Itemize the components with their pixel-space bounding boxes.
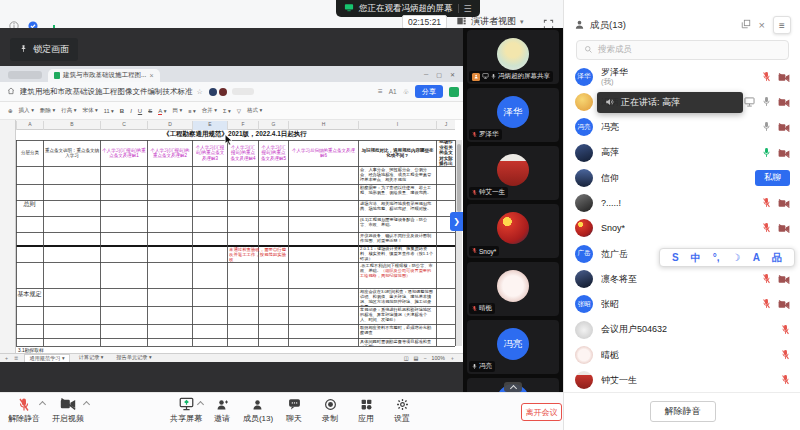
detach-panel-icon[interactable] — [741, 19, 751, 31]
table-header-cell: 分层分类 — [17, 140, 43, 166]
private-chat-button[interactable]: 私聊 — [755, 170, 790, 186]
member-row[interactable]: 泽华罗泽华(我) — [564, 64, 800, 89]
camera-off-icon[interactable] — [778, 144, 790, 162]
mic-muted-icon — [472, 247, 477, 255]
camera-button[interactable]: 开启视频 — [46, 396, 90, 424]
pin-screen-button[interactable]: 锁定画面 — [10, 38, 78, 61]
camera-off-icon[interactable] — [778, 68, 790, 86]
style-tool: A1 — [389, 88, 397, 95]
comparison-cell: 取得相应资料不完整时，必须增补充勘察调查 — [359, 325, 435, 338]
camera-off-icon[interactable] — [778, 219, 790, 237]
member-row[interactable]: 钟艾一生 — [564, 368, 800, 393]
ime-toolbar[interactable]: S中°,☽A品 — [659, 248, 795, 267]
record-button[interactable]: 录制 — [312, 396, 348, 424]
avatar — [497, 270, 529, 302]
camera-off-icon[interactable] — [778, 194, 790, 212]
ime-key[interactable]: °, — [713, 252, 720, 263]
mic-on-icon[interactable] — [762, 93, 771, 111]
mic-muted-icon[interactable] — [781, 371, 790, 389]
ime-key[interactable]: S — [672, 252, 679, 263]
comparison-cell: 会、人事分会、招投标分会、公测分会、经办场地标准、成员工程全要素管理基本要点、相… — [359, 167, 435, 184]
camera-off-icon[interactable] — [778, 118, 790, 136]
member-row[interactable]: 凛冬将至 — [564, 266, 800, 291]
video-tile[interactable]: Snoy* — [467, 204, 559, 258]
banner-menu-icon[interactable]: ☰ — [464, 4, 472, 14]
video-tile[interactable]: 晴栀 — [467, 262, 559, 316]
member-name: ?.....! — [601, 198, 621, 208]
ime-key[interactable]: ☽ — [732, 252, 741, 263]
settings-button[interactable]: 设置 — [384, 396, 420, 424]
member-row[interactable]: 会议用户504632 — [564, 317, 800, 342]
panel-menu-button[interactable]: ≡ — [773, 16, 791, 34]
mic-icon — [18, 396, 30, 412]
avatar — [575, 169, 593, 187]
member-row[interactable]: 信仰私聊 — [564, 165, 800, 190]
avatar — [575, 346, 593, 364]
camera-off-icon[interactable] — [778, 93, 790, 111]
ime-key[interactable]: 中 — [691, 251, 701, 265]
video-tile[interactable]: 泽华罗泽华 — [467, 88, 559, 142]
members-label: 成员(13) — [243, 413, 273, 424]
mic-muted-icon — [472, 189, 477, 197]
member-row[interactable]: ?.....! — [564, 190, 800, 215]
ime-key[interactable]: A — [753, 252, 760, 263]
ime-key[interactable]: 品 — [772, 251, 782, 265]
window-controls: ─▢✕ — [424, 71, 463, 82]
mic-muted-icon[interactable] — [781, 346, 790, 364]
chevron-up-icon[interactable] — [83, 401, 90, 408]
share-button[interactable]: 共享屏幕 — [168, 396, 204, 424]
mic-muted-icon[interactable] — [762, 295, 771, 313]
column-letter: C — [100, 121, 147, 130]
video-tile[interactable]: 钟艾一生 — [467, 146, 559, 200]
members-panel: 成员(13) × ≡ 搜索成员 泽华罗泽华(我)冯炳超冯亮冯亮高萍信仰私聊?..… — [563, 0, 800, 430]
chat-button[interactable]: 聊天 — [276, 396, 312, 424]
mic-icon — [491, 73, 496, 81]
member-row[interactable]: 晴栀 — [564, 342, 800, 367]
members-icon — [574, 19, 585, 32]
speaking-tooltip-text: 正在讲话: 高萍 — [621, 96, 680, 109]
camera-off-icon[interactable] — [778, 295, 790, 313]
mic-button[interactable]: 解除静音 — [2, 396, 46, 424]
browser-tab-title: 建筑与市政基础设施工程图... — [63, 71, 146, 80]
invite-button[interactable]: 邀请 — [204, 396, 240, 424]
apps-button[interactable]: 应用 — [348, 396, 384, 424]
mic-muted-icon[interactable] — [781, 321, 790, 339]
close-panel-icon[interactable]: × — [759, 19, 765, 31]
mic-muted-icon[interactable] — [762, 219, 771, 237]
row-group-label: 总则 — [16, 200, 43, 209]
share-icon — [179, 396, 194, 412]
mic-muted-icon — [472, 131, 477, 139]
member-row[interactable]: 高萍 — [564, 140, 800, 165]
toolbar-item: 格式 ▾ — [247, 107, 262, 114]
shared-browser-window: 建筑与市政基础设施工程图... × ─▢✕ 建筑用地和市政基础设施工程图像文件编… — [0, 66, 463, 362]
mic-muted-icon[interactable] — [762, 68, 771, 86]
view-mode-switcher[interactable]: 演讲者视图 ▾ — [456, 15, 524, 28]
member-row[interactable]: Snoy* — [564, 216, 800, 241]
unmute-all-button[interactable]: 解除静音 — [650, 401, 716, 422]
mic-speaking-icon[interactable] — [762, 144, 771, 162]
camera-off-icon[interactable] — [778, 270, 790, 288]
strip-scroll-up-button[interactable] — [504, 382, 522, 392]
search-placeholder: 搜索成员 — [598, 44, 632, 56]
chevron-down-icon: ▾ — [520, 18, 524, 26]
mic-on-icon[interactable] — [762, 118, 771, 136]
mouse-cursor — [224, 132, 233, 150]
chevron-up-icon[interactable] — [197, 401, 204, 408]
mic-muted-icon[interactable] — [762, 194, 771, 212]
video-tile[interactable]: 冯亮冯亮 — [467, 320, 559, 374]
chevron-up-icon[interactable] — [39, 401, 46, 408]
leave-meeting-button[interactable]: 离开会议 — [521, 403, 562, 421]
table-header-cell: 与旧规范对比，通用规范内容哪些变化或不同？ — [359, 140, 436, 166]
member-row[interactable]: 张昭张昭 — [564, 292, 800, 317]
apps-icon — [360, 396, 373, 412]
member-name: 范广岳 — [601, 249, 628, 259]
avatar: 泽华 — [575, 68, 593, 86]
member-search-box[interactable]: 搜索成员 — [576, 40, 789, 60]
video-tile-screen-share[interactable]: 冯炳超的屏幕共享 — [467, 30, 559, 84]
members-button[interactable]: 成员(13) — [240, 396, 276, 424]
member-row[interactable]: 冯亮冯亮 — [564, 115, 800, 140]
mic-muted-icon[interactable] — [762, 270, 771, 288]
document-title: 建筑用地和市政基础设施工程图像文件编制技术标准 — [20, 87, 193, 97]
tile-name-label: 钟艾一生 — [469, 187, 508, 198]
chat-icon — [288, 396, 301, 412]
